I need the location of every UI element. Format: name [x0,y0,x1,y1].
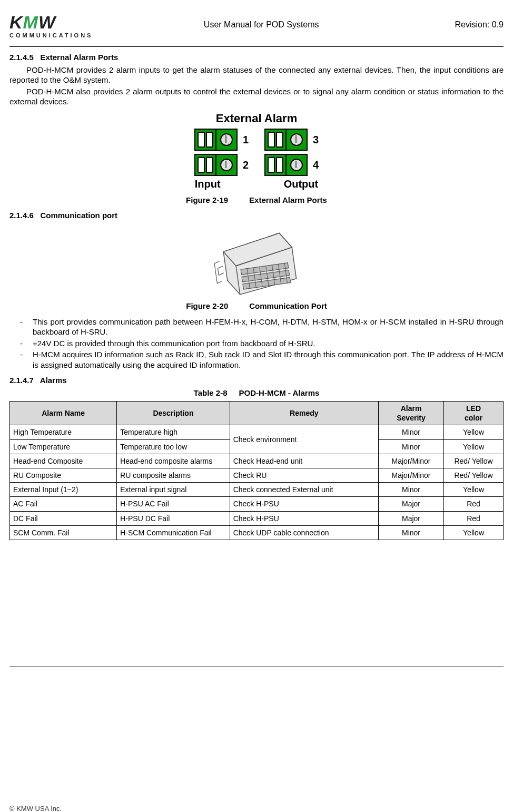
section-number: 2.1.4.6 [9,211,34,220]
td-remedy: Check UDP cable connection [230,525,378,540]
td-led: Red/ Yellow [444,454,504,468]
td-led: Red [444,511,504,525]
list-item: This port provides communication path be… [20,317,504,337]
communication-port-icon [205,220,308,301]
td-name: DC Fail [10,511,117,525]
table-row: AC Fail H-PSU AC Fail Check H-PSU Major … [10,497,504,511]
td-name: AC Fail [10,497,117,511]
td-led: Yellow [444,439,504,454]
figure-2-20 [9,226,504,297]
table-header-row: Alarm Name Description Remedy AlarmSever… [10,402,504,425]
port-2: 2 [194,154,249,176]
fig-text: External Alarm Ports [249,195,327,204]
table-row: DC Fail H-PSU DC Fail Check H-PSU Major … [10,511,504,525]
alarm-ports-row: 1 2 3 4 [194,129,319,176]
section-2147-heading: 2.1.4.7 Alarms [9,375,504,386]
port-num-3: 3 [313,133,319,146]
input-ports: 1 2 [194,129,249,176]
td-name: High Temperature [10,425,117,439]
output-label: Output [284,177,319,191]
td-led: Yellow [444,525,504,540]
fig-text: Communication Port [249,301,327,310]
th-name: Alarm Name [10,402,117,425]
figure-2-19-title: External Alarm [216,111,297,126]
td-sev: Major/Minor [378,468,443,483]
td-desc: Temperature high [117,425,230,439]
td-remedy: Check H-PSU [230,511,378,525]
td-remedy: Check H-PSU [230,497,378,511]
th-sev: AlarmSeverity [378,402,443,425]
table-row: High Temperature Temperature high Check … [10,425,504,439]
td-sev: Major/Minor [378,454,443,468]
td-desc: Temperature too low [117,439,230,454]
section-title: External Alarm Ports [40,53,118,62]
td-desc: External input signal [117,483,230,497]
th-desc: Description [117,402,230,425]
td-sev: Major [378,497,443,511]
para-2145-1: POD-H-MCM provides 2 alarm inputs to get… [9,65,504,85]
td-name: Low Temperature [10,439,117,454]
td-name: Head-end Composite [10,454,117,468]
td-desc: H-PSU DC Fail [117,511,230,525]
section-number: 2.1.4.5 [9,53,34,62]
logo-subtext: COMMUNICATIONS [9,32,93,39]
table-row: Head-end Composite Head-end composite al… [10,454,504,468]
td-sev: Major [378,511,443,525]
table-row: RU Composite RU composite alarms Check R… [10,468,504,483]
list-item: H-MCM acquires ID information such as Ra… [20,349,504,370]
port-1: 1 [194,129,249,151]
figure-2-19-caption: Figure 2-19External Alarm Ports [9,195,504,206]
page-header: KMW COMMUNICATIONS User Manual for POD S… [9,11,504,39]
port-num-4: 4 [313,158,319,172]
page-footer: © KMW USA Inc. 1818 E. Orangethrope Ave,… [9,804,504,812]
table-2-8-caption: Table 2-8POD-H-MCM - Alarms [9,388,504,398]
fig-num: Figure 2-19 [186,195,228,204]
output-ports: 3 4 [264,129,319,176]
tbl-num: Table 2-8 [194,388,228,397]
td-remedy: Check RU [230,468,378,483]
td-remedy: Check Head-end unit [230,454,378,468]
tbl-text: POD-H-MCM - Alarms [239,388,320,397]
td-remedy: Check environment [230,425,378,454]
td-remedy: Check connected External unit [230,483,378,497]
port-3: 3 [264,129,319,151]
input-label: Input [195,177,221,191]
fig-num: Figure 2-20 [186,301,228,310]
td-led: Yellow [444,425,504,439]
footer-copyright: © KMW USA Inc. [9,804,155,812]
doc-revision: Revision: 0.9 [430,19,504,31]
table-row: External Input (1~2) External input sign… [10,483,504,497]
td-desc: H-PSU AC Fail [117,497,230,511]
doc-title: User Manual for POD Systems [93,19,430,31]
comm-port-bullets: This port provides communication path be… [9,317,504,370]
section-title: Alarms [40,376,67,385]
td-name: SCM Comm. Fail [10,525,117,540]
section-2146-heading: 2.1.4.6 Communication port [9,210,504,221]
logo-text: KMW [9,11,93,34]
section-title: Communication port [40,211,117,220]
list-item: +24V DC is provided through this communi… [20,338,504,349]
footer-company: © KMW USA Inc. 1818 E. Orangethrope Ave,… [9,804,155,812]
alarms-table: Alarm Name Description Remedy AlarmSever… [9,401,504,540]
td-name: RU Composite [10,468,117,483]
td-led: Red [444,497,504,511]
td-led: Yellow [444,483,504,497]
logo: KMW COMMUNICATIONS [9,11,93,39]
th-remedy: Remedy [230,402,378,425]
td-sev: Minor [378,439,443,454]
header-rule [9,46,504,47]
section-2145-heading: 2.1.4.5 External Alarm Ports [9,52,504,63]
table-row: SCM Comm. Fail H-SCM Communication Fail … [10,525,504,540]
para-2145-2: POD-H-MCM also provides 2 alarm outputs … [9,86,504,107]
td-desc: H-SCM Communication Fail [117,525,230,540]
footer-rule [9,667,504,667]
port-4: 4 [264,154,319,176]
td-name: External Input (1~2) [10,483,117,497]
td-sev: Minor [378,525,443,540]
port-num-2: 2 [243,158,249,172]
port-num-1: 1 [243,133,249,146]
td-desc: RU composite alarms [117,468,230,483]
th-led: LEDcolor [444,402,504,425]
alarm-port-labels: Input Output [195,177,318,191]
td-sev: Minor [378,425,443,439]
